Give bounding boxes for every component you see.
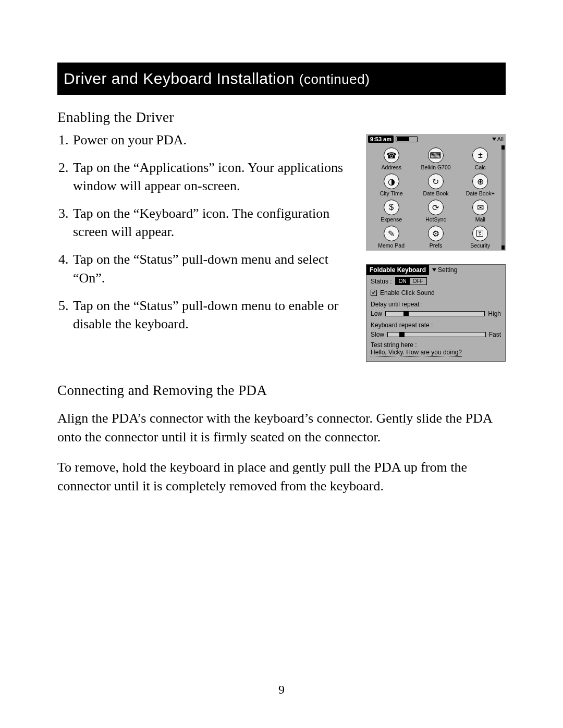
delay-slider[interactable] [385, 311, 485, 316]
chevron-down-icon [432, 268, 436, 272]
app-memo-pad[interactable]: ✎Memo Pad [369, 226, 413, 249]
instruction-steps: Power on your PDA. Tap on the “Applicati… [57, 131, 356, 342]
app-belkin-g700[interactable]: ⌨Belkin G700 [413, 147, 458, 170]
app-label: Expense [381, 216, 402, 223]
step-2: Tap on the “Applications” icon. Your app… [72, 158, 356, 195]
step-4: Tap on the “Status” pull-down menu and s… [72, 250, 356, 287]
repeat-rate-slider[interactable] [387, 332, 486, 337]
app-security[interactable]: ⚿Security [458, 226, 503, 249]
app-label: Security [470, 242, 490, 249]
section-title: Driver and Keyboard Installation [64, 70, 299, 87]
paragraph-connect: Align the PDA’s connector with the keybo… [57, 409, 506, 447]
mail-icon: ✉ [472, 200, 488, 215]
app-expense[interactable]: $Expense [369, 200, 413, 223]
app-label: Address [381, 164, 401, 170]
app-city-time[interactable]: ◑City Time [369, 174, 413, 196]
app-label: Calc [475, 164, 486, 170]
security-icon: ⚿ [472, 226, 488, 241]
subheading-connecting: Connecting and Removing the PDA [57, 382, 506, 399]
battery-icon [396, 136, 418, 142]
status-on: ON [396, 278, 410, 285]
paragraph-remove: To remove, hold the keyboard in place an… [57, 458, 506, 496]
figures-column: 9:53 am All ☎Address ⌨Belkin G700 ±Calc … [366, 134, 506, 362]
app-label: Prefs [430, 242, 443, 249]
app-label: City Time [380, 190, 403, 196]
chevron-down-icon [492, 138, 496, 141]
step-5: Tap on the “Status” pull-down menu to en… [72, 297, 356, 333]
page-number: 9 [0, 683, 563, 697]
scrollbar[interactable] [501, 145, 505, 250]
keyboard-settings-figure: Foldable Keyboard Setting Status : ON OF… [366, 264, 506, 362]
test-string-label: Test string here : [371, 341, 501, 349]
delay-low-label: Low [371, 310, 382, 317]
memo-icon: ✎ [384, 226, 399, 241]
repeat-fast-label: Fast [489, 331, 501, 338]
category-label: All [497, 136, 504, 142]
app-address[interactable]: ☎Address [369, 147, 413, 170]
step-1: Power on your PDA. [72, 131, 356, 149]
section-title-continued: (continued) [299, 71, 370, 87]
app-date-book[interactable]: ↻Date Book [413, 174, 458, 196]
app-hotsync[interactable]: ⟳HotSync [413, 200, 458, 223]
settings-titlebar: Foldable Keyboard Setting [366, 265, 505, 275]
status-label: Status : [371, 278, 392, 285]
calc-icon: ± [472, 147, 488, 163]
subheading-enabling-driver: Enabling the Driver [57, 109, 506, 126]
body-prose: Align the PDA’s connector with the keybo… [57, 409, 506, 496]
app-prefs[interactable]: ⚙Prefs [413, 226, 458, 249]
app-label: Date Book [423, 190, 448, 196]
app-mail[interactable]: ✉Mail [458, 200, 503, 223]
app-label: Date Book+ [466, 190, 495, 196]
app-label: HotSync [425, 216, 446, 223]
status-toggle[interactable]: ON OFF [395, 277, 427, 285]
delay-high-label: High [488, 310, 501, 317]
repeat-slow-label: Slow [371, 331, 384, 338]
globe-icon: ◑ [384, 174, 399, 189]
click-sound-checkbox[interactable]: ✔ [371, 290, 377, 296]
app-date-book-plus[interactable]: ⊕Date Book+ [458, 174, 503, 196]
datebook-icon: ↻ [428, 174, 444, 189]
app-label: Memo Pad [378, 242, 405, 249]
repeat-rate-label: Keyboard repeat rate : [371, 322, 433, 329]
click-sound-label: Enable Click Sound [380, 289, 435, 297]
section-title-bar: Driver and Keyboard Installation (contin… [57, 63, 506, 95]
address-icon: ☎ [384, 147, 399, 163]
test-string-input[interactable]: Hello, Vicky. How are you doing? [371, 349, 462, 357]
app-label: Mail [475, 216, 485, 223]
page: Driver and Keyboard Installation (contin… [0, 0, 563, 496]
pda-time: 9:53 am [368, 135, 394, 143]
settings-view-label: Setting [438, 266, 457, 274]
pda-topbar: 9:53 am All [366, 134, 506, 144]
status-off: OFF [410, 278, 426, 285]
hotsync-icon: ⟳ [428, 200, 444, 215]
app-calc[interactable]: ±Calc [458, 147, 503, 170]
pda-launcher-figure: 9:53 am All ☎Address ⌨Belkin G700 ±Calc … [366, 134, 506, 251]
expense-icon: $ [384, 200, 399, 215]
app-grid: ☎Address ⌨Belkin G700 ±Calc ◑City Time ↻… [366, 144, 506, 250]
settings-app-name: Foldable Keyboard [366, 266, 429, 274]
datebookplus-icon: ⊕ [472, 174, 488, 189]
step-3: Tap on the “Keyboard” icon. The configur… [72, 204, 356, 241]
settings-view-dropdown[interactable]: Setting [429, 265, 505, 275]
keyboard-icon: ⌨ [428, 147, 444, 163]
app-label: Belkin G700 [421, 164, 450, 170]
prefs-icon: ⚙ [428, 226, 444, 241]
delay-label: Delay until repeat : [371, 301, 423, 308]
category-dropdown[interactable]: All [492, 136, 504, 142]
